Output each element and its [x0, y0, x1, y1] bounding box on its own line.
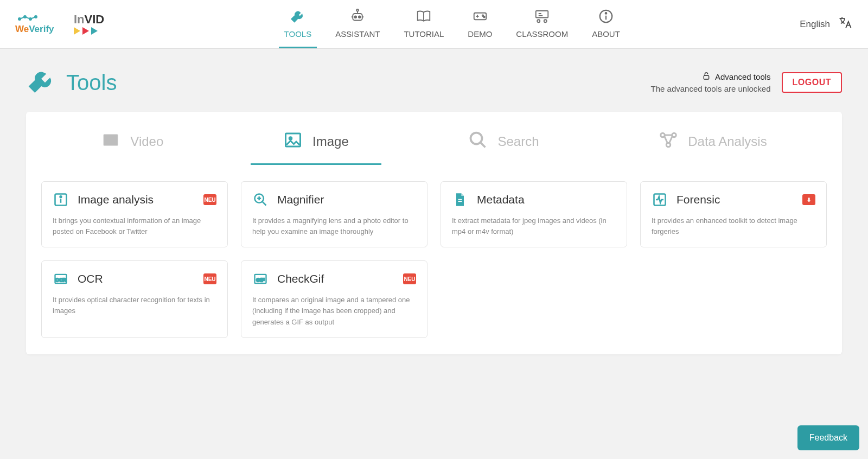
- zoom-in-icon: [252, 192, 269, 208]
- card-desc: It extract metadata for jpeg images and …: [452, 215, 616, 237]
- svg-text:GIF: GIF: [256, 277, 265, 283]
- new-badge: NEU: [203, 194, 216, 205]
- svg-rect-24: [704, 75, 709, 79]
- card-desc: It provides a magnifying lens and a phot…: [252, 215, 416, 237]
- advanced-label: Advanced tools: [715, 72, 771, 81]
- image-icon: [283, 130, 303, 153]
- svg-point-37: [60, 196, 62, 197]
- svg-point-9: [356, 9, 359, 11]
- gif-icon: GIF: [252, 271, 269, 287]
- unlock-icon: [702, 72, 711, 82]
- card-title: Magnifier: [277, 193, 324, 206]
- nav-label: CLASSROOM: [516, 29, 568, 39]
- info-icon: [595, 8, 617, 25]
- nav-label: TUTORIAL: [404, 29, 444, 39]
- top-bar: WeVerify InVID TOOLS ASSISTANT TUTORIAL: [0, 0, 868, 49]
- new-badge: NEU: [403, 273, 416, 284]
- main-nav: TOOLS ASSISTANT TUTORIAL DEMO CLASSROOM: [104, 0, 800, 48]
- lock-badge: ⬇: [802, 194, 815, 205]
- svg-text:OCR: OCR: [55, 277, 67, 283]
- card-checkgif[interactable]: GIF CheckGif NEU It compares an original…: [241, 260, 427, 337]
- tab-label: Search: [497, 134, 539, 149]
- card-title: CheckGif: [277, 272, 324, 285]
- card-desc: It provides optical character recognitio…: [53, 295, 216, 316]
- invid-logo[interactable]: InVID: [74, 14, 104, 35]
- logo-group: WeVerify InVID: [15, 0, 104, 48]
- tool-cards-grid: Image analysis NEU It brings you context…: [41, 181, 827, 338]
- card-desc: It provides an enhanced toolkit to detec…: [652, 215, 815, 237]
- svg-line-31: [481, 143, 486, 148]
- svg-rect-18: [536, 11, 548, 18]
- logout-button[interactable]: LOGOUT: [782, 72, 842, 93]
- card-magnifier[interactable]: Magnifier It provides a magnifying lens …: [241, 181, 427, 247]
- tab-label: Video: [130, 134, 163, 149]
- card-title: OCR: [78, 272, 103, 285]
- nav-tools[interactable]: TOOLS: [272, 0, 324, 48]
- card-ocr[interactable]: OCR OCR NEU It provides optical characte…: [41, 260, 228, 337]
- translate-icon: [838, 15, 853, 33]
- info-square-icon: [53, 192, 69, 208]
- svg-point-19: [538, 20, 540, 22]
- wrench-icon: [26, 66, 56, 99]
- language-selector[interactable]: English: [800, 0, 853, 48]
- svg-point-30: [471, 133, 482, 144]
- new-badge: NEU: [203, 273, 216, 284]
- robot-icon: [347, 8, 368, 25]
- nav-label: TOOLS: [284, 29, 312, 39]
- card-metadata[interactable]: Metadata It extract metadata for jpeg im…: [441, 181, 627, 247]
- tab-label: Data Analysis: [688, 134, 767, 149]
- card-image-analysis[interactable]: Image analysis NEU It brings you context…: [41, 181, 228, 247]
- film-icon: [101, 130, 120, 153]
- search-icon: [468, 130, 488, 153]
- page-header: Tools Advanced tools The advanced tools …: [26, 66, 842, 99]
- tab-search[interactable]: Search: [463, 118, 544, 165]
- svg-rect-43: [458, 201, 462, 202]
- nav-classroom[interactable]: CLASSROOM: [504, 0, 580, 48]
- activity-icon: [652, 192, 668, 208]
- nav-label: DEMO: [468, 29, 492, 39]
- card-desc: It brings you contextual information of …: [53, 215, 216, 237]
- card-desc: It compares an original image and a tamp…: [252, 295, 416, 327]
- svg-rect-26: [101, 135, 104, 146]
- nav-label: ASSISTANT: [335, 29, 380, 39]
- svg-text:WeVerify: WeVerify: [15, 24, 54, 34]
- classroom-icon: [531, 8, 553, 25]
- card-forensic[interactable]: Forensic ⬇ It provides an enhanced toolk…: [640, 181, 827, 247]
- language-label: English: [800, 19, 830, 30]
- card-title: Image analysis: [78, 193, 154, 206]
- weverify-logo[interactable]: WeVerify: [15, 14, 64, 35]
- graph-icon: [659, 130, 678, 153]
- nav-label: ABOUT: [592, 29, 620, 39]
- svg-point-7: [359, 16, 361, 18]
- nav-about[interactable]: ABOUT: [580, 0, 632, 48]
- svg-point-17: [483, 16, 485, 18]
- tab-label: Image: [312, 134, 349, 149]
- svg-rect-42: [458, 199, 462, 200]
- wrench-icon: [287, 8, 309, 25]
- ocr-icon: OCR: [53, 271, 69, 287]
- svg-point-6: [355, 16, 357, 18]
- gamepad-icon: [469, 8, 491, 25]
- svg-rect-25: [104, 135, 118, 146]
- tools-panel: Video Image Search Data Analysis: [26, 112, 842, 354]
- file-icon: [452, 192, 468, 208]
- svg-rect-27: [118, 135, 120, 146]
- card-title: Forensic: [676, 193, 720, 206]
- nav-demo[interactable]: DEMO: [456, 0, 504, 48]
- svg-point-23: [605, 12, 607, 14]
- svg-line-39: [263, 202, 266, 206]
- advanced-desc: The advanced tools are unlocked: [651, 84, 771, 93]
- page-title: Tools: [66, 71, 117, 95]
- category-tabs: Video Image Search Data Analysis: [41, 118, 827, 165]
- nav-assistant[interactable]: ASSISTANT: [323, 0, 392, 48]
- nav-tutorial[interactable]: TUTORIAL: [392, 0, 456, 48]
- advanced-tools-status: Advanced tools The advanced tools are un…: [651, 72, 771, 93]
- tab-video[interactable]: Video: [95, 118, 169, 165]
- book-icon: [413, 8, 435, 25]
- card-title: Metadata: [477, 193, 525, 206]
- svg-point-29: [289, 137, 292, 140]
- page-content: Tools Advanced tools The advanced tools …: [0, 49, 868, 372]
- tab-image[interactable]: Image: [278, 118, 354, 165]
- svg-point-20: [544, 20, 547, 22]
- tab-data-analysis[interactable]: Data Analysis: [653, 118, 772, 165]
